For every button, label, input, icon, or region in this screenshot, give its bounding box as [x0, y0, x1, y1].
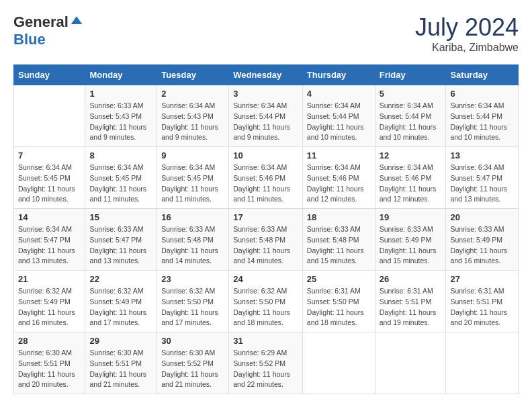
day-info: Sunrise: 6:29 AM Sunset: 5:52 PM Dayligh…: [233, 348, 298, 390]
day-info: Sunrise: 6:30 AM Sunset: 5:52 PM Dayligh…: [161, 348, 224, 390]
day-info: Sunrise: 6:33 AM Sunset: 5:49 PM Dayligh…: [450, 224, 514, 267]
calendar-cell: 3Sunrise: 6:34 AM Sunset: 5:44 PM Daylig…: [229, 85, 303, 147]
day-number: 11: [307, 150, 371, 161]
day-info: Sunrise: 6:31 AM Sunset: 5:51 PM Dayligh…: [450, 286, 514, 328]
day-number: 13: [450, 150, 514, 161]
day-info: Sunrise: 6:34 AM Sunset: 5:44 PM Dayligh…: [307, 101, 371, 143]
calendar-cell: 20Sunrise: 6:33 AM Sunset: 5:49 PM Dayli…: [446, 209, 519, 271]
calendar-week-row: 21Sunrise: 6:32 AM Sunset: 5:49 PM Dayli…: [14, 271, 519, 332]
day-info: Sunrise: 6:33 AM Sunset: 5:48 PM Dayligh…: [307, 224, 371, 267]
day-info: Sunrise: 6:33 AM Sunset: 5:48 PM Dayligh…: [161, 224, 224, 267]
calendar-cell: 25Sunrise: 6:31 AM Sunset: 5:50 PM Dayli…: [302, 271, 375, 332]
day-number: 24: [233, 274, 298, 284]
calendar-week-row: 28Sunrise: 6:30 AM Sunset: 5:51 PM Dayli…: [14, 332, 519, 394]
logo: General Blue: [13, 13, 83, 48]
calendar-cell: 2Sunrise: 6:34 AM Sunset: 5:43 PM Daylig…: [157, 85, 229, 147]
calendar-cell: 8Sunrise: 6:34 AM Sunset: 5:45 PM Daylig…: [85, 147, 157, 209]
day-number: 12: [380, 150, 442, 161]
calendar-cell: 9Sunrise: 6:34 AM Sunset: 5:45 PM Daylig…: [157, 147, 229, 209]
day-info: Sunrise: 6:34 AM Sunset: 5:44 PM Dayligh…: [233, 101, 298, 143]
day-number: 9: [161, 150, 224, 161]
calendar-cell: 19Sunrise: 6:33 AM Sunset: 5:49 PM Dayli…: [375, 209, 446, 271]
calendar-cell: 5Sunrise: 6:34 AM Sunset: 5:44 PM Daylig…: [375, 85, 446, 147]
day-number: 31: [233, 336, 298, 346]
day-number: 15: [89, 212, 152, 222]
day-number: 25: [307, 274, 371, 284]
day-header-monday: Monday: [85, 65, 157, 85]
logo-icon: [70, 14, 83, 28]
day-info: Sunrise: 6:34 AM Sunset: 5:45 PM Dayligh…: [89, 163, 152, 205]
calendar-cell: 26Sunrise: 6:31 AM Sunset: 5:51 PM Dayli…: [375, 271, 446, 332]
day-number: 5: [380, 89, 442, 99]
calendar-cell: 10Sunrise: 6:34 AM Sunset: 5:46 PM Dayli…: [229, 147, 303, 209]
logo-blue-text: Blue: [13, 31, 46, 48]
day-info: Sunrise: 6:33 AM Sunset: 5:43 PM Dayligh…: [89, 101, 152, 143]
day-number: 8: [89, 150, 152, 161]
day-info: Sunrise: 6:32 AM Sunset: 5:49 PM Dayligh…: [89, 286, 152, 328]
day-header-thursday: Thursday: [302, 65, 375, 85]
calendar-cell: 21Sunrise: 6:32 AM Sunset: 5:49 PM Dayli…: [14, 271, 85, 332]
day-number: 1: [89, 89, 152, 99]
calendar-cell: 28Sunrise: 6:30 AM Sunset: 5:51 PM Dayli…: [14, 332, 85, 394]
calendar-cell: 24Sunrise: 6:32 AM Sunset: 5:50 PM Dayli…: [229, 271, 303, 332]
calendar-cell: [302, 332, 375, 394]
day-info: Sunrise: 6:32 AM Sunset: 5:49 PM Dayligh…: [18, 286, 81, 328]
calendar-week-row: 7Sunrise: 6:34 AM Sunset: 5:45 PM Daylig…: [14, 147, 519, 209]
day-number: 19: [380, 212, 442, 222]
calendar-cell: 31Sunrise: 6:29 AM Sunset: 5:52 PM Dayli…: [229, 332, 303, 394]
location-title: Kariba, Zimbabwe: [415, 42, 519, 54]
day-info: Sunrise: 6:33 AM Sunset: 5:49 PM Dayligh…: [380, 224, 442, 267]
calendar-cell: [375, 332, 446, 394]
calendar-cell: 1Sunrise: 6:33 AM Sunset: 5:43 PM Daylig…: [85, 85, 157, 147]
day-number: 26: [380, 274, 442, 284]
day-info: Sunrise: 6:34 AM Sunset: 5:46 PM Dayligh…: [233, 163, 298, 205]
day-number: 20: [450, 212, 514, 222]
days-header-row: SundayMondayTuesdayWednesdayThursdayFrid…: [14, 65, 519, 85]
day-info: Sunrise: 6:34 AM Sunset: 5:46 PM Dayligh…: [380, 163, 442, 205]
day-number: 3: [233, 89, 298, 99]
day-number: 4: [307, 89, 371, 99]
day-number: 21: [18, 274, 81, 284]
day-info: Sunrise: 6:33 AM Sunset: 5:48 PM Dayligh…: [233, 224, 298, 267]
day-header-wednesday: Wednesday: [229, 65, 303, 85]
day-info: Sunrise: 6:30 AM Sunset: 5:51 PM Dayligh…: [18, 348, 81, 390]
day-header-saturday: Saturday: [446, 65, 519, 85]
calendar-cell: 23Sunrise: 6:32 AM Sunset: 5:50 PM Dayli…: [157, 271, 229, 332]
day-info: Sunrise: 6:33 AM Sunset: 5:47 PM Dayligh…: [89, 224, 152, 267]
day-number: 7: [18, 150, 81, 161]
day-number: 28: [18, 336, 81, 346]
calendar-cell: 4Sunrise: 6:34 AM Sunset: 5:44 PM Daylig…: [302, 85, 375, 147]
day-info: Sunrise: 6:31 AM Sunset: 5:51 PM Dayligh…: [380, 286, 442, 328]
day-number: 27: [450, 274, 514, 284]
calendar-week-row: 14Sunrise: 6:34 AM Sunset: 5:47 PM Dayli…: [14, 209, 519, 271]
day-info: Sunrise: 6:34 AM Sunset: 5:43 PM Dayligh…: [161, 101, 224, 143]
calendar-cell: 22Sunrise: 6:32 AM Sunset: 5:49 PM Dayli…: [85, 271, 157, 332]
day-info: Sunrise: 6:30 AM Sunset: 5:51 PM Dayligh…: [89, 348, 152, 390]
calendar-cell: 29Sunrise: 6:30 AM Sunset: 5:51 PM Dayli…: [85, 332, 157, 394]
day-info: Sunrise: 6:34 AM Sunset: 5:45 PM Dayligh…: [18, 163, 81, 205]
day-number: 2: [161, 89, 224, 99]
day-number: 23: [161, 274, 224, 284]
calendar-cell: 12Sunrise: 6:34 AM Sunset: 5:46 PM Dayli…: [375, 147, 446, 209]
day-number: 17: [233, 212, 298, 222]
day-number: 10: [233, 150, 298, 161]
day-info: Sunrise: 6:34 AM Sunset: 5:45 PM Dayligh…: [161, 163, 224, 205]
day-info: Sunrise: 6:32 AM Sunset: 5:50 PM Dayligh…: [161, 286, 224, 328]
day-info: Sunrise: 6:34 AM Sunset: 5:47 PM Dayligh…: [450, 163, 514, 205]
day-number: 6: [450, 89, 514, 99]
calendar-cell: [446, 332, 519, 394]
calendar-cell: 17Sunrise: 6:33 AM Sunset: 5:48 PM Dayli…: [229, 209, 303, 271]
calendar-cell: 30Sunrise: 6:30 AM Sunset: 5:52 PM Dayli…: [157, 332, 229, 394]
calendar-cell: 15Sunrise: 6:33 AM Sunset: 5:47 PM Dayli…: [85, 209, 157, 271]
calendar-cell: 13Sunrise: 6:34 AM Sunset: 5:47 PM Dayli…: [446, 147, 519, 209]
month-title: July 2024: [415, 13, 519, 42]
calendar-week-row: 1Sunrise: 6:33 AM Sunset: 5:43 PM Daylig…: [14, 85, 519, 147]
title-block: July 2024 Kariba, Zimbabwe: [415, 13, 519, 54]
day-header-tuesday: Tuesday: [157, 65, 229, 85]
day-info: Sunrise: 6:34 AM Sunset: 5:44 PM Dayligh…: [380, 101, 442, 143]
logo-general-text: General: [13, 13, 69, 31]
calendar-cell: 7Sunrise: 6:34 AM Sunset: 5:45 PM Daylig…: [14, 147, 85, 209]
calendar-cell: 6Sunrise: 6:34 AM Sunset: 5:44 PM Daylig…: [446, 85, 519, 147]
calendar-cell: 14Sunrise: 6:34 AM Sunset: 5:47 PM Dayli…: [14, 209, 85, 271]
calendar-cell: 18Sunrise: 6:33 AM Sunset: 5:48 PM Dayli…: [302, 209, 375, 271]
